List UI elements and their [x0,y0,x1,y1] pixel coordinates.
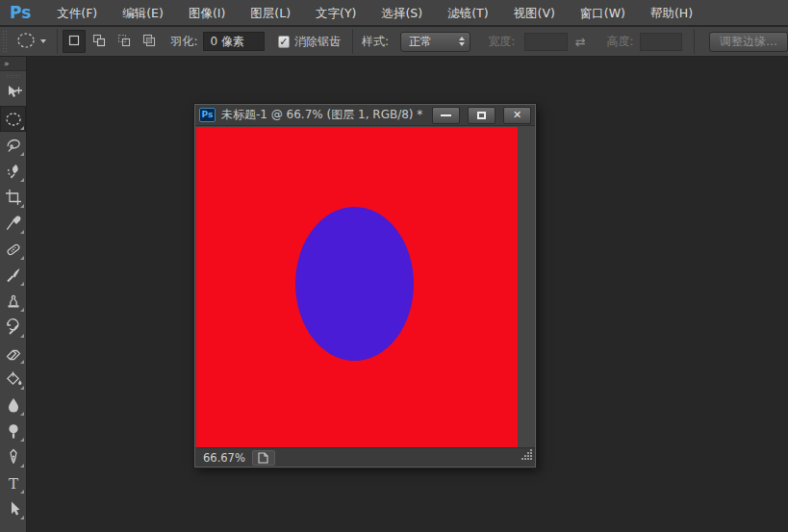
tools-panel: » T [0,57,27,532]
move-icon [4,84,23,103]
menu-item-0[interactable]: 文件(F) [44,0,110,26]
path-selection-tool[interactable] [0,495,26,521]
flyout-indicator [20,360,24,364]
intersect-selection-button[interactable] [138,30,161,53]
menu-item-4[interactable]: 文字(Y) [303,0,369,26]
shape-icon [4,525,23,532]
menu-item-6[interactable]: 滤镜(T) [435,0,500,26]
flyout-indicator [20,256,24,260]
blur-tool[interactable] [0,392,26,418]
combo-arrows-icon [459,37,465,46]
menu-item-5[interactable]: 选择(S) [369,0,435,26]
subtract-from-selection-button[interactable] [113,30,136,53]
style-selected-value: 正常 [409,34,459,50]
menu-bar: Ps 文件(F)编辑(E)图像(I)图层(L)文字(Y)选择(S)滤镜(T)视图… [0,0,788,26]
flyout-indicator [20,516,24,519]
menu-item-3[interactable]: 图层(L) [238,0,303,26]
canvas[interactable] [196,127,518,447]
new-selection-icon [66,33,82,51]
flyout-indicator [20,152,24,156]
flyout-indicator [20,386,24,390]
separator [694,29,695,54]
menu-item-9[interactable]: 帮助(H) [638,0,705,26]
options-bar-grip-handle[interactable] [2,30,8,53]
height-input[interactable] [640,33,682,51]
swap-dimensions-icon[interactable]: ⇄ [575,35,586,49]
eyedropper-tool[interactable] [0,210,26,236]
separator [57,29,58,54]
type-tool[interactable]: T [0,469,26,495]
add-to-selection-icon [91,33,107,51]
close-button[interactable]: ✕ [503,107,531,124]
page-icon [257,452,269,464]
flyout-indicator [20,230,24,234]
flyout-indicator [20,204,24,208]
height-label: 高度: [607,34,634,50]
intersect-selection-icon [141,33,157,51]
zoom-level[interactable]: 66.67% [203,451,245,465]
new-selection-button[interactable] [63,30,86,53]
flyout-indicator [20,282,24,286]
document-title: 未标题-1 @ 66.7% (图层 1, RGB/8) * [221,107,426,123]
width-input[interactable] [524,33,567,51]
flyout-indicator [20,334,24,338]
feather-label: 羽化: [170,34,197,50]
tool-preset-picker[interactable] [13,28,52,56]
crop-tool[interactable] [0,184,26,210]
elliptical-marquee-tool[interactable] [0,106,26,132]
flyout-indicator [20,308,24,312]
eraser-tool[interactable] [0,340,26,366]
canvas-area[interactable] [195,126,535,447]
minimize-icon [441,114,451,116]
document-window: Ps 未标题-1 @ 66.7% (图层 1, RGB/8) * ✕ 66.67… [194,104,536,468]
pen-tool[interactable] [0,443,26,469]
flyout-indicator [20,438,24,442]
dodge-tool[interactable] [0,418,26,443]
style-select[interactable]: 正常 [400,32,470,52]
maximize-button[interactable] [468,107,496,124]
document-ps-icon: Ps [199,108,216,122]
flyout-indicator [20,490,24,494]
tools-panel-grip-handle[interactable] [0,71,26,80]
minimize-button[interactable] [432,107,460,124]
subtract-from-selection-icon [116,33,132,51]
blue-ellipse-shape[interactable] [295,207,414,361]
chevron-down-icon [40,39,46,43]
shape-tool[interactable] [0,521,26,532]
history-brush-tool[interactable] [0,314,26,340]
antialias-label[interactable]: 消除锯齿 [294,34,341,50]
menu-item-2[interactable]: 图像(I) [176,0,238,26]
workspace: Ps 未标题-1 @ 66.7% (图层 1, RGB/8) * ✕ 66.67… [28,57,788,532]
photoshop-app: Ps 文件(F)编辑(E)图像(I)图层(L)文字(Y)选择(S)滤镜(T)视图… [0,0,788,532]
refine-edge-button[interactable]: 调整边缘… [709,32,788,52]
style-label: 样式: [362,34,389,50]
tool-options-bar: 羽化: 0 像素 ✓ 消除锯齿 样式: 正常 宽度: ⇄ 高度: 调整边缘… [0,27,788,57]
brush-tool[interactable] [0,262,26,288]
document-titlebar[interactable]: Ps 未标题-1 @ 66.7% (图层 1, RGB/8) * ✕ [195,105,535,126]
svg-text:T: T [8,474,17,492]
tools-panel-collapse-button[interactable]: » [0,57,26,71]
feather-input[interactable]: 0 像素 [203,32,264,51]
document-statusbar: 66.67% [195,447,535,467]
flyout-indicator [20,126,24,130]
clone-stamp-tool[interactable] [0,288,26,314]
window-resize-grip[interactable] [521,446,533,465]
add-to-selection-button[interactable] [88,30,111,53]
antialias-checkbox[interactable]: ✓ [278,36,290,48]
menu-item-8[interactable]: 窗口(W) [568,0,638,26]
quick-selection-tool[interactable] [0,158,26,184]
menu-item-1[interactable]: 编辑(E) [110,0,176,26]
spot-healing-brush-tool[interactable] [0,236,26,262]
flyout-indicator [20,412,24,416]
flyout-indicator [20,464,24,468]
menu-item-7[interactable]: 视图(V) [501,0,568,26]
lasso-tool[interactable] [0,132,26,158]
elliptical-marquee-icon [15,30,37,54]
maximize-icon [477,112,486,119]
paint-bucket-tool[interactable] [0,366,26,392]
width-label: 宽度: [488,34,515,50]
move-tool[interactable] [0,80,26,106]
ps-logo: Ps [10,3,31,22]
document-info-button[interactable] [252,450,275,466]
selection-mode-buttons [63,30,161,53]
